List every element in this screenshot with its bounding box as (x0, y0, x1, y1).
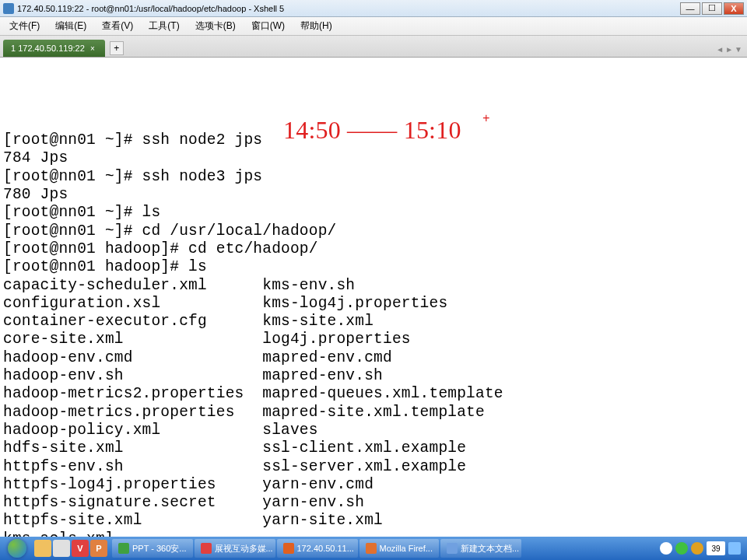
minimize-button[interactable]: — (680, 2, 700, 15)
taskbar: V P PPT - 360安...展视互动多媒...172.40.50.11..… (0, 537, 747, 560)
ql-item-1[interactable] (34, 540, 51, 557)
menu-file[interactable]: 文件(F) (5, 18, 44, 34)
ql-item-2[interactable] (53, 540, 70, 557)
system-tray: 39 (660, 541, 745, 555)
menu-edit[interactable]: 编辑(E) (51, 18, 91, 34)
task-label: 172.40.50.11... (297, 544, 354, 553)
task-icon (118, 543, 129, 554)
session-tab[interactable]: 1 172.40.50.119:22 × (3, 40, 105, 57)
task-item[interactable]: 172.40.50.11... (277, 539, 358, 558)
tab-label: 1 172.40.50.119:22 (11, 44, 85, 53)
quick-launch: V P (34, 540, 107, 557)
task-item[interactable]: 新建文本文档... (440, 539, 521, 558)
ql-item-p[interactable]: P (90, 540, 107, 557)
tab-nav: ◄ ► ▼ (716, 45, 742, 54)
menu-window[interactable]: 窗口(W) (247, 18, 289, 34)
tab-dropdown-icon[interactable]: ▼ (735, 45, 742, 54)
task-icon (447, 543, 458, 554)
tabbar: 1 172.40.50.119:22 × + ◄ ► ▼ (0, 36, 747, 58)
app-icon (3, 3, 14, 14)
tray-icon-1[interactable] (660, 542, 672, 555)
tray-icon-2[interactable] (675, 542, 688, 555)
task-icon (201, 543, 212, 554)
add-tab-button[interactable]: + (110, 41, 124, 55)
time-overlay: 14:50 —— 15:10 (283, 121, 461, 139)
task-label: PPT - 360安... (132, 543, 187, 555)
terminal[interactable]: 14:50 —— 15:10 + [root@nn01 ~]# ssh node… (0, 58, 747, 537)
task-label: 展视互动多媒... (215, 543, 273, 555)
tab-next-icon[interactable]: ► (725, 45, 733, 54)
task-item[interactable]: 展视互动多媒... (195, 539, 275, 558)
tab-close-icon[interactable]: × (88, 44, 97, 53)
task-item[interactable]: Mozilla Firef... (359, 539, 439, 558)
tray-icon-4[interactable] (728, 542, 741, 555)
maximize-button[interactable]: ☐ (702, 2, 722, 15)
windows-icon (8, 539, 26, 558)
start-button[interactable] (2, 537, 33, 559)
titlebar: 172.40.50.119:22 - root@nn01:/usr/local/… (0, 0, 747, 17)
menu-help[interactable]: 帮助(H) (296, 18, 337, 34)
tray-icon-3[interactable] (691, 542, 703, 555)
task-label: Mozilla Firef... (380, 544, 433, 553)
task-label: 新建文本文档... (461, 543, 519, 555)
task-icon (366, 543, 377, 554)
tab-prev-icon[interactable]: ◄ (716, 45, 724, 54)
menubar: 文件(F) 编辑(E) 查看(V) 工具(T) 选项卡(B) 窗口(W) 帮助(… (0, 17, 747, 36)
task-item[interactable]: PPT - 360安... (112, 539, 193, 558)
task-items: PPT - 360安...展视互动多媒...172.40.50.11...Moz… (112, 539, 521, 558)
ql-item-v[interactable]: V (72, 540, 89, 557)
menu-tabs[interactable]: 选项卡(B) (191, 18, 240, 34)
tray-clock[interactable]: 39 (707, 541, 725, 555)
menu-tools[interactable]: 工具(T) (144, 18, 184, 34)
terminal-output: [root@nn01 ~]# ssh node2 jps 784 Jps [ro… (3, 131, 744, 560)
menu-view[interactable]: 查看(V) (97, 18, 138, 34)
window-title: 172.40.50.119:22 - root@nn01:/usr/local/… (17, 4, 680, 13)
plus-overlay: + (482, 110, 490, 128)
task-icon (283, 543, 294, 554)
window-controls: — ☐ X (680, 2, 744, 15)
close-button[interactable]: X (724, 2, 744, 15)
